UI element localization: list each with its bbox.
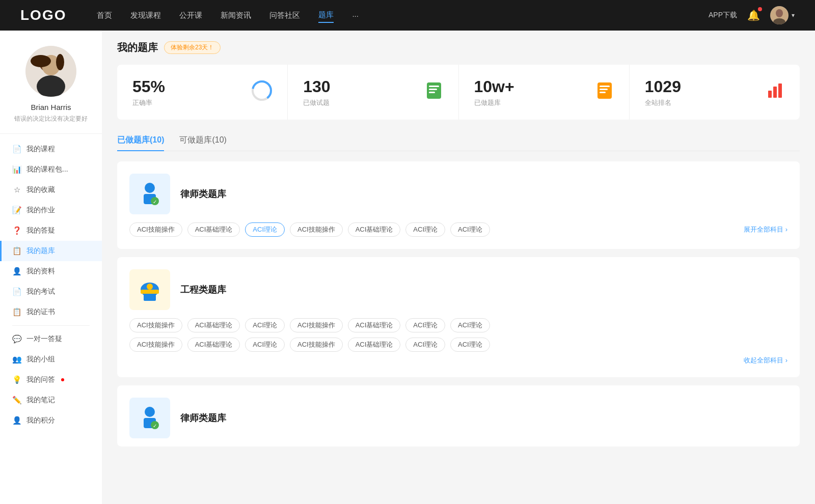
stat-value: 1029: [645, 77, 758, 96]
sidebar-item-points[interactable]: 👤 我的积分: [0, 410, 102, 431]
nav-home[interactable]: 首页: [97, 9, 112, 22]
svg-rect-14: [427, 82, 441, 99]
nav-open-course[interactable]: 公开课: [179, 9, 202, 22]
star-icon: ☆: [12, 185, 21, 194]
qbank-name: 律师类题库: [180, 412, 226, 424]
collapse-link[interactable]: 收起全部科目 ›: [129, 356, 787, 365]
sidebar-item-exam[interactable]: 📄 我的考试: [0, 282, 102, 302]
tabs: 已做题库(10) 可做题库(10): [117, 130, 800, 151]
tag[interactable]: ACI基础理论: [187, 338, 240, 352]
tag[interactable]: ACI理论: [450, 318, 490, 332]
expand-link[interactable]: 展开全部科目 ›: [744, 225, 787, 234]
sidebar-item-favorites[interactable]: ☆ 我的收藏: [0, 180, 102, 200]
sidebar-item-homework[interactable]: 📝 我的作业: [0, 200, 102, 220]
notification-badge: [758, 7, 762, 11]
tags-row-2: ACI技能操作 ACI基础理论 ACI理论 ACI技能操作 ACI基础理论 AC…: [129, 338, 787, 352]
sidebar-item-my-course[interactable]: 📄 我的课程: [0, 139, 102, 159]
svg-rect-22: [768, 91, 772, 98]
sidebar-item-course-package[interactable]: 📊 我的课程包...: [0, 159, 102, 180]
tag[interactable]: ACI技能操作: [129, 318, 182, 332]
qbank-header: ✓ 律师类题库: [129, 398, 787, 438]
nav-more[interactable]: ···: [352, 9, 359, 22]
tags-row: ACI技能操作 ACI基础理论 ACI理论 ACI技能操作 ACI基础理论 AC…: [129, 222, 739, 237]
sidebar-item-my-qa[interactable]: ❓ 我的答疑: [0, 220, 102, 241]
chevron-down-icon: ▾: [792, 12, 795, 19]
user-avatar-wrap[interactable]: ▾: [770, 6, 795, 24]
nav-news[interactable]: 新闻资讯: [221, 9, 251, 22]
svg-point-13: [257, 86, 267, 96]
app-download-button[interactable]: APP下载: [709, 11, 737, 20]
svg-text:✓: ✓: [153, 423, 157, 429]
tag[interactable]: ACI理论: [405, 222, 445, 237]
stats-row: 55% 正确率 130 已做试题: [117, 65, 800, 120]
tag[interactable]: ACI基础理论: [348, 222, 401, 237]
nav-qbank[interactable]: 题库: [318, 8, 334, 23]
sidebar-item-group[interactable]: 👥 我的小组: [0, 349, 102, 370]
stat-info: 55% 正确率: [132, 77, 243, 107]
sidebar-item-label: 我的积分: [26, 416, 55, 425]
tag[interactable]: ACI理论: [245, 338, 285, 352]
svg-point-1: [776, 9, 783, 17]
stat-done-banks: 10w+ 已做题库: [459, 65, 630, 120]
svg-point-25: [145, 183, 155, 193]
sidebar-item-label: 我的作业: [26, 206, 55, 215]
engineer-icon-wrap: [129, 269, 170, 310]
nav-qa[interactable]: 问答社区: [269, 9, 300, 22]
sidebar-item-label: 我的小组: [26, 355, 55, 364]
qbank-card-lawyer-2: ✓ 律师类题库 ACI技能操作 ACI基础理论 ACI理论 ACI技能操作 AC…: [117, 385, 800, 446]
tag[interactable]: ACI理论: [450, 338, 490, 352]
sidebar-item-profile[interactable]: 👤 我的资料: [0, 261, 102, 282]
profile-icon: 👤: [12, 267, 21, 276]
qbank-name: 工程类题库: [180, 284, 226, 296]
tag[interactable]: ACI技能操作: [290, 318, 343, 332]
sidebar-item-label: 我的课程包...: [26, 165, 68, 174]
tag[interactable]: ACI技能操作: [129, 222, 182, 237]
tag[interactable]: ACI理论: [450, 222, 490, 237]
profile-section: Brian Harris 错误的决定比没有决定要好: [0, 46, 102, 134]
tag-active[interactable]: ACI理论: [245, 222, 285, 237]
sidebar-item-one-on-one[interactable]: 💬 一对一答疑: [0, 329, 102, 349]
sidebar-item-notes[interactable]: ✏️ 我的笔记: [0, 390, 102, 410]
tag[interactable]: ACI基础理论: [348, 338, 401, 352]
logo[interactable]: LOGO: [20, 7, 66, 23]
bulb-icon: 💡: [12, 375, 21, 384]
tag[interactable]: ACI理论: [405, 318, 445, 332]
sidebar-item-label: 我的答疑: [26, 226, 55, 235]
svg-point-33: [145, 407, 155, 417]
stat-info: 10w+ 已做题库: [474, 77, 587, 107]
tab-available-banks[interactable]: 可做题库(10): [179, 130, 226, 151]
avatar: [770, 6, 789, 24]
sidebar-item-my-questions[interactable]: 💡 我的问答: [0, 370, 102, 390]
notification-bell-icon[interactable]: 🔔: [747, 9, 760, 21]
tag[interactable]: ACI理论: [405, 338, 445, 352]
svg-rect-30: [141, 290, 159, 294]
stat-label: 已做题库: [474, 98, 587, 107]
question-icon: ❓: [12, 226, 21, 235]
nav-discover[interactable]: 发现课程: [130, 9, 161, 22]
sidebar-item-certificate[interactable]: 📋 我的证书: [0, 302, 102, 322]
svg-rect-24: [778, 83, 782, 98]
qbank-header: ✓ 律师类题库: [129, 174, 787, 214]
tag[interactable]: ACI基础理论: [187, 318, 240, 332]
tag[interactable]: ACI基础理论: [187, 222, 240, 237]
note-green-icon: [425, 81, 443, 103]
points-icon: 👤: [12, 416, 21, 425]
tag[interactable]: ACI技能操作: [290, 338, 343, 352]
svg-point-9: [31, 55, 51, 67]
svg-rect-19: [600, 86, 610, 87]
navbar: LOGO 首页 发现课程 公开课 新闻资讯 问答社区 题库 ··· APP下载 …: [0, 0, 815, 31]
tag[interactable]: ACI技能操作: [129, 338, 182, 352]
tag[interactable]: ACI技能操作: [290, 222, 343, 237]
svg-point-10: [56, 54, 64, 70]
svg-rect-15: [429, 86, 439, 87]
page-title: 我的题库: [117, 41, 158, 54]
tag[interactable]: ACI基础理论: [348, 318, 401, 332]
homework-icon: 📝: [12, 206, 21, 215]
sidebar-item-label: 我的收藏: [26, 185, 55, 194]
sidebar-item-qbank[interactable]: 📋 我的题库: [0, 241, 102, 261]
profile-name: Brian Harris: [10, 103, 92, 111]
svg-point-7: [37, 75, 65, 97]
qbank-card-lawyer-1: ✓ 律师类题库 ACI技能操作 ACI基础理论 ACI理论 ACI技能操作 AC…: [117, 161, 800, 249]
tab-done-banks[interactable]: 已做题库(10): [117, 130, 164, 151]
tag[interactable]: ACI理论: [245, 318, 285, 332]
